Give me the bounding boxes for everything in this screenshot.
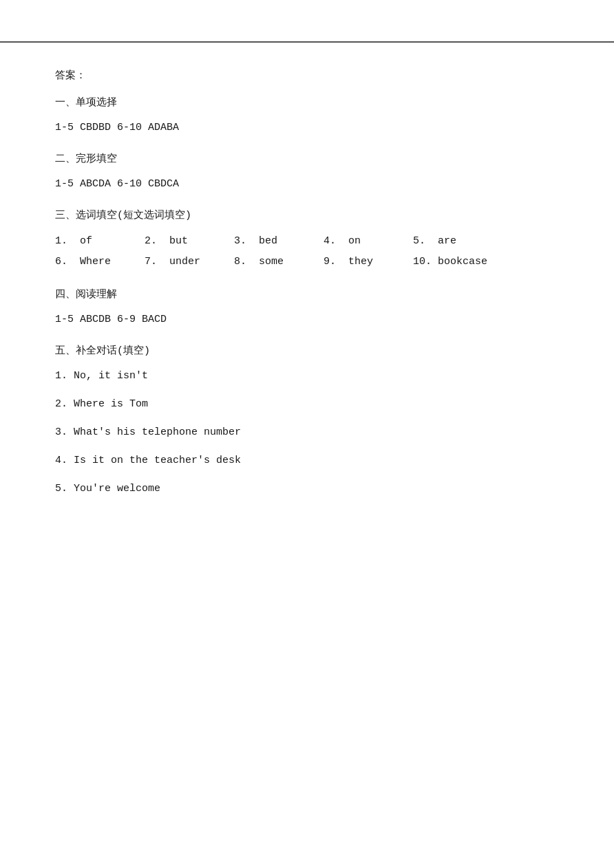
fill-item-10: 10. bookcase (413, 252, 502, 272)
section3-row1: 1. of 2. but 3. bed 4. on 5. are (55, 231, 559, 252)
fill-item-2: 2. but (145, 231, 234, 252)
section4-title: 四、阅读理解 (55, 287, 559, 301)
dialogue-1: 1. No, it isn't (55, 367, 559, 385)
dialogue-5: 5. You're welcome (55, 479, 559, 498)
section5-title: 五、补全对话(填空) (55, 344, 559, 357)
fill-item-7: 7. under (145, 252, 234, 272)
section2-row1: 1-5 ABCDA 6-10 CBDCA (55, 175, 559, 193)
fill-item-3: 3. bed (234, 231, 324, 252)
section2-title: 二、完形填空 (55, 152, 559, 165)
section3-row2: 6. Where 7. under 8. some 9. they 10. bo… (55, 252, 559, 272)
dialogue-2: 2. Where is Tom (55, 395, 559, 413)
section-dialogue: 五、补全对话(填空) 1. No, it isn't 2. Where is T… (55, 344, 559, 498)
section-single-choice: 一、单项选择 1-5 CBDBD 6-10 ADABA (55, 96, 559, 137)
section-word-choice: 三、选词填空(短文选词填空) 1. of 2. but 3. bed 4. on… (55, 208, 559, 272)
fill-item-4: 4. on (324, 231, 413, 252)
page-content: 答案： 一、单项选择 1-5 CBDBD 6-10 ADABA 二、完形填空 1… (0, 0, 614, 554)
section1-title: 一、单项选择 (55, 96, 559, 109)
dialogue-3: 3. What's his telephone number (55, 423, 559, 442)
fill-item-8: 8. some (234, 252, 324, 272)
section4-row1: 1-5 ABCDB 6-9 BACD (55, 310, 559, 329)
fill-item-6: 6. Where (55, 252, 145, 272)
main-title: 答案： (55, 69, 559, 82)
section-cloze: 二、完形填空 1-5 ABCDA 6-10 CBDCA (55, 152, 559, 193)
fill-item-9: 9. they (324, 252, 413, 272)
fill-item-1: 1. of (55, 231, 145, 252)
top-divider (0, 41, 614, 43)
dialogue-4: 4. Is it on the teacher's desk (55, 451, 559, 470)
section-reading: 四、阅读理解 1-5 ABCDB 6-9 BACD (55, 287, 559, 329)
fill-item-5: 5. are (413, 231, 502, 252)
section1-row1: 1-5 CBDBD 6-10 ADABA (55, 118, 559, 137)
section3-title: 三、选词填空(短文选词填空) (55, 208, 559, 221)
